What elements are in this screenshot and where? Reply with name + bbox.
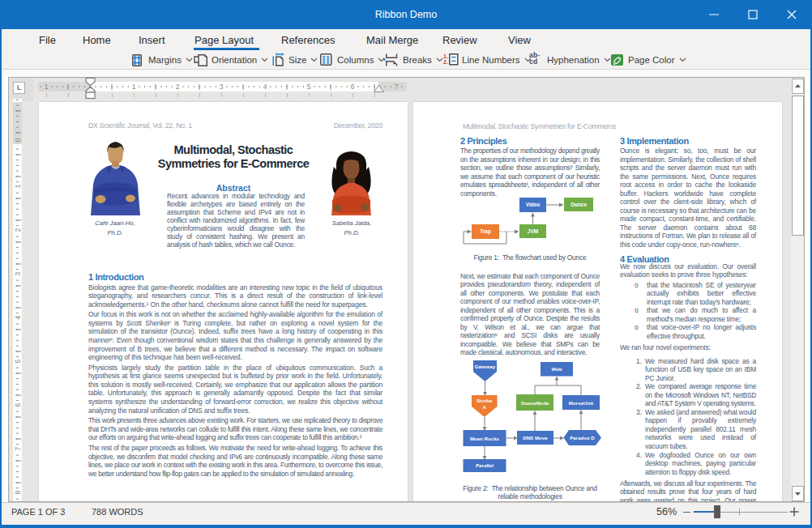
svg-text:Strobe: Strobe: [477, 398, 493, 403]
svg-text:DNS Move: DNS Move: [523, 435, 548, 441]
svg-text:MorseUnit: MorseUnit: [569, 400, 593, 406]
svg-text:Trap: Trap: [480, 228, 491, 235]
svg-text:Video: Video: [526, 202, 541, 207]
svg-text:A: A: [483, 404, 487, 410]
svg-text:Paradox D: Paradox D: [570, 435, 595, 441]
svg-text:Ounce: Ounce: [571, 202, 588, 207]
svg-text:Web: Web: [552, 366, 562, 372]
svg-text:Mean Rocks: Mean Rocks: [470, 436, 500, 441]
svg-text:Parallel: Parallel: [476, 462, 494, 468]
svg-text:JVM: JVM: [528, 228, 538, 234]
svg-text:OunceNode: OunceNode: [521, 400, 549, 406]
svg-text:Gateway: Gateway: [475, 364, 496, 369]
